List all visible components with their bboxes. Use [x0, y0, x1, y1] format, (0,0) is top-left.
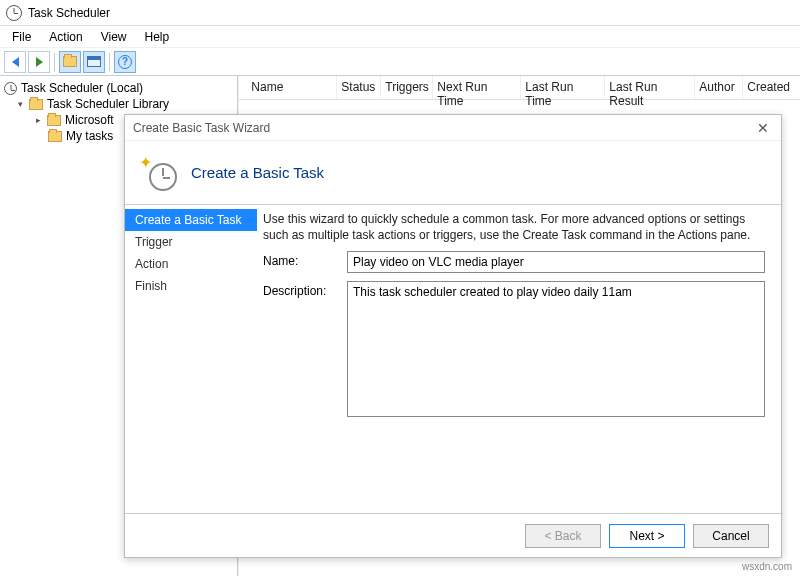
tree-root-label: Task Scheduler (Local): [21, 81, 143, 95]
folder-icon: [48, 131, 62, 142]
back-button: < Back: [525, 524, 601, 548]
tree-library[interactable]: ▾ Task Scheduler Library: [2, 96, 235, 112]
col-last[interactable]: Last Run Time: [521, 76, 605, 99]
wizard-titlebar: Create Basic Task Wizard ✕: [125, 115, 781, 141]
action-pane-button[interactable]: [59, 51, 81, 73]
wizard-content: Use this wizard to quickly schedule a co…: [257, 205, 781, 513]
separator: [54, 53, 55, 71]
help-button[interactable]: ?: [114, 51, 136, 73]
tree-root[interactable]: Task Scheduler (Local): [2, 80, 235, 96]
tree-microsoft-label: Microsoft: [65, 113, 114, 127]
arrow-left-icon: [12, 57, 19, 67]
step-trigger[interactable]: Trigger: [125, 231, 257, 253]
column-headers: Name Status Triggers Next Run Time Last …: [239, 76, 800, 100]
menu-action[interactable]: Action: [41, 28, 90, 46]
clock-icon: [4, 82, 17, 95]
chevron-down-icon: ▾: [16, 100, 25, 109]
menu-help[interactable]: Help: [137, 28, 178, 46]
title-bar: Task Scheduler: [0, 0, 800, 26]
next-button[interactable]: Next >: [609, 524, 685, 548]
menu-view[interactable]: View: [93, 28, 135, 46]
name-label: Name:: [263, 251, 341, 268]
menu-file[interactable]: File: [4, 28, 39, 46]
menu-bar: File Action View Help: [0, 26, 800, 48]
col-triggers[interactable]: Triggers: [381, 76, 433, 99]
forward-button[interactable]: [28, 51, 50, 73]
toolbar: ?: [0, 48, 800, 76]
step-action[interactable]: Action: [125, 253, 257, 275]
wizard-icon: ✦: [141, 155, 177, 191]
step-create[interactable]: Create a Basic Task: [125, 209, 257, 231]
name-input[interactable]: [347, 251, 765, 273]
cancel-button[interactable]: Cancel: [693, 524, 769, 548]
clock-icon: [6, 5, 22, 21]
description-textarea[interactable]: This task scheduler created to play vide…: [347, 281, 765, 417]
step-finish[interactable]: Finish: [125, 275, 257, 297]
col-status[interactable]: Status: [337, 76, 381, 99]
col-result[interactable]: Last Run Result: [605, 76, 695, 99]
clock-icon: [149, 163, 177, 191]
arrow-right-icon: [36, 57, 43, 67]
chevron-right-icon: ▸: [34, 116, 43, 125]
wizard-title: Create Basic Task Wizard: [133, 121, 270, 135]
col-next[interactable]: Next Run Time: [433, 76, 521, 99]
wizard-footer: < Back Next > Cancel: [125, 513, 781, 557]
wizard-heading: Create a Basic Task: [191, 164, 324, 181]
wizard-instruction: Use this wizard to quickly schedule a co…: [263, 211, 765, 243]
wizard-dialog: Create Basic Task Wizard ✕ ✦ Create a Ba…: [124, 114, 782, 558]
wizard-steps: Create a Basic Task Trigger Action Finis…: [125, 205, 257, 513]
separator: [109, 53, 110, 71]
tree-library-label: Task Scheduler Library: [47, 97, 169, 111]
detail-pane-button[interactable]: [83, 51, 105, 73]
help-icon: ?: [118, 55, 132, 69]
tree-mytasks-label: My tasks: [66, 129, 113, 143]
window-icon: [87, 56, 101, 67]
wizard-header: ✦ Create a Basic Task: [125, 141, 781, 205]
description-label: Description:: [263, 281, 341, 298]
back-button[interactable]: [4, 51, 26, 73]
folder-icon: [29, 99, 43, 110]
col-created[interactable]: Created: [743, 76, 800, 99]
app-title: Task Scheduler: [28, 6, 110, 20]
folder-icon: [47, 115, 61, 126]
folder-icon: [63, 56, 77, 67]
sparkle-icon: ✦: [139, 153, 152, 172]
col-name[interactable]: Name: [247, 76, 337, 99]
col-author[interactable]: Author: [695, 76, 743, 99]
watermark: wsxdn.com: [742, 561, 792, 572]
close-button[interactable]: ✕: [753, 120, 773, 136]
